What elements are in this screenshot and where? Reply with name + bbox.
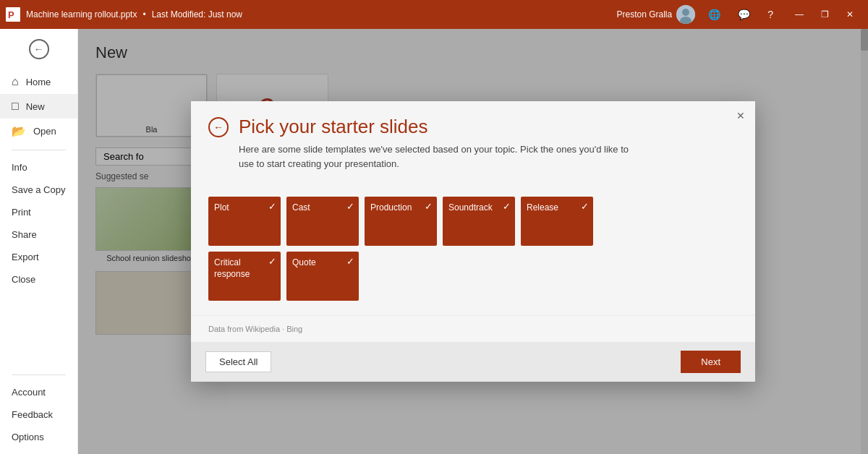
titlebar: P Machine learning rollout.pptx • Last M… bbox=[0, 0, 868, 29]
sidebar-bottom: Account Feedback Options bbox=[0, 369, 77, 454]
sidebar-item-print[interactable]: Print bbox=[0, 201, 77, 223]
quote-label: Quote bbox=[292, 257, 316, 269]
modal-row-2: Critical response ✓ Quote ✓ bbox=[208, 252, 738, 301]
sidebar-item-share[interactable]: Share bbox=[0, 223, 77, 246]
window-controls: — ❐ ✕ bbox=[786, 0, 862, 29]
modal-description: Here are some slide templates we've sele… bbox=[239, 142, 644, 171]
release-label: Release bbox=[527, 202, 558, 214]
sidebar-divider bbox=[12, 150, 66, 150]
sidebar-nav: ⌂ Home □ New 📂 Open bbox=[0, 69, 77, 144]
sidebar-open-label: Open bbox=[33, 126, 56, 137]
sidebar-item-info[interactable]: Info bbox=[0, 156, 77, 179]
cast-check: ✓ bbox=[346, 201, 354, 212]
sidebar-new-label: New bbox=[26, 101, 45, 112]
sidebar-item-home[interactable]: ⌂ Home bbox=[0, 69, 77, 94]
slide-pick-soundtrack[interactable]: Soundtrack ✓ bbox=[443, 197, 515, 246]
sidebar-back-button[interactable]: ← bbox=[0, 35, 77, 64]
globe-icon[interactable]: 🌐 bbox=[704, 7, 725, 22]
slide-pick-plot[interactable]: Plot ✓ bbox=[208, 197, 281, 246]
modal-close-button[interactable]: ✕ bbox=[732, 107, 749, 124]
modal-overlay: ✕ ← Pick your starter slides Here are so… bbox=[78, 29, 868, 454]
sidebar: ← ⌂ Home □ New 📂 Open Info Save a Copy P… bbox=[0, 29, 78, 454]
next-button[interactable]: Next bbox=[681, 351, 741, 373]
svg-text:P: P bbox=[8, 9, 14, 20]
production-label: Production bbox=[370, 202, 412, 214]
minimize-button[interactable]: — bbox=[786, 0, 812, 29]
sidebar-home-label: Home bbox=[26, 77, 51, 87]
slide-picker-grid: Plot ✓ Cast ✓ Production ✓ Soundtrack bbox=[208, 197, 738, 301]
sidebar-item-save-copy[interactable]: Save a Copy bbox=[0, 179, 77, 201]
modal-title: Pick your starter slides bbox=[239, 116, 644, 138]
app-body: ← ⌂ Home □ New 📂 Open Info Save a Copy P… bbox=[0, 29, 868, 454]
modal-body: Plot ✓ Cast ✓ Production ✓ Soundtrack bbox=[191, 182, 755, 315]
sidebar-item-feedback[interactable]: Feedback bbox=[0, 403, 77, 426]
user-name: Preston Gralla bbox=[617, 9, 673, 20]
slide-pick-quote[interactable]: Quote ✓ bbox=[286, 252, 359, 301]
slide-pick-release[interactable]: Release ✓ bbox=[521, 197, 593, 246]
slide-pick-critical[interactable]: Critical response ✓ bbox=[208, 252, 281, 301]
critical-label: Critical response bbox=[214, 257, 275, 280]
modal-header: ← Pick your starter slides Here are some… bbox=[191, 101, 755, 182]
modal-dialog: ✕ ← Pick your starter slides Here are so… bbox=[191, 101, 755, 382]
restore-button[interactable]: ❐ bbox=[812, 0, 838, 29]
svg-point-3 bbox=[682, 9, 689, 16]
user-avatar bbox=[676, 5, 695, 24]
modal-data-source: Data from Wikipedia · Bing bbox=[191, 315, 755, 342]
slide-pick-production[interactable]: Production ✓ bbox=[365, 197, 437, 246]
titlebar-modified: Last Modified: Just now bbox=[152, 9, 242, 20]
back-circle-icon: ← bbox=[29, 39, 49, 59]
slide-pick-cast[interactable]: Cast ✓ bbox=[286, 197, 359, 246]
quote-check: ✓ bbox=[346, 256, 354, 267]
titlebar-right: Preston Gralla 🌐 💬 ? — ❐ ✕ bbox=[617, 0, 863, 29]
titlebar-left: P Machine learning rollout.pptx • Last M… bbox=[6, 7, 242, 22]
app-icon: P bbox=[6, 7, 20, 22]
modal-back-button[interactable]: ← bbox=[208, 117, 229, 137]
home-icon: ⌂ bbox=[12, 75, 19, 88]
new-icon: □ bbox=[12, 100, 19, 113]
release-check: ✓ bbox=[581, 201, 589, 212]
titlebar-filename: Machine learning rollout.pptx bbox=[26, 9, 137, 20]
modal-title-block: Pick your starter slides Here are some s… bbox=[239, 116, 644, 171]
open-icon: 📂 bbox=[12, 124, 26, 138]
cast-label: Cast bbox=[292, 202, 310, 214]
plot-check: ✓ bbox=[268, 201, 276, 212]
titlebar-separator: • bbox=[142, 9, 145, 20]
select-all-button[interactable]: Select All bbox=[205, 351, 271, 372]
sidebar-item-account[interactable]: Account bbox=[0, 381, 77, 403]
help-icon[interactable]: ? bbox=[763, 7, 778, 22]
production-check: ✓ bbox=[425, 201, 433, 212]
modal-footer: Select All Next bbox=[191, 342, 755, 382]
comments-icon[interactable]: 💬 bbox=[733, 7, 754, 22]
sidebar-item-open[interactable]: 📂 Open bbox=[0, 119, 77, 144]
main-content: New Bla Qu Search Suggested se bbox=[78, 29, 868, 454]
sidebar-item-close[interactable]: Close bbox=[0, 268, 77, 291]
critical-check: ✓ bbox=[268, 256, 276, 267]
sidebar-item-options[interactable]: Options bbox=[0, 426, 77, 448]
sidebar-item-export[interactable]: Export bbox=[0, 246, 77, 268]
soundtrack-check: ✓ bbox=[503, 201, 511, 212]
sidebar-item-new[interactable]: □ New bbox=[0, 94, 77, 119]
user-info: Preston Gralla bbox=[617, 5, 696, 24]
soundtrack-label: Soundtrack bbox=[448, 202, 493, 214]
sidebar-divider-2 bbox=[12, 374, 66, 375]
plot-label: Plot bbox=[214, 202, 229, 214]
close-window-button[interactable]: ✕ bbox=[838, 0, 862, 29]
